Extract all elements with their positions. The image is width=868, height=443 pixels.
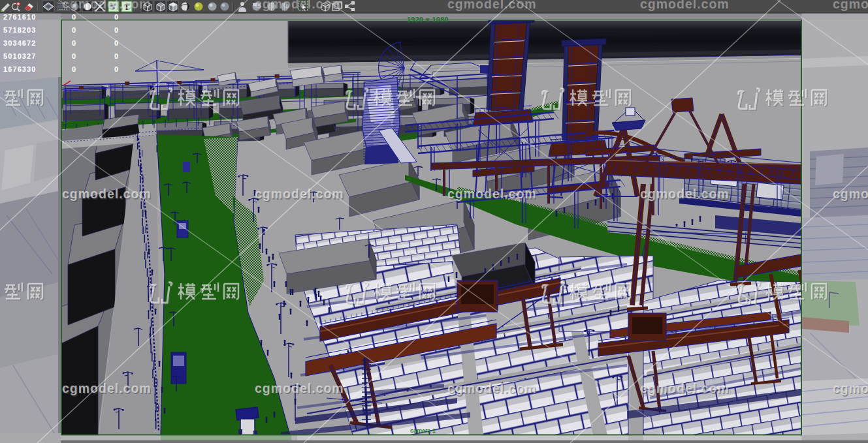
svg-text:camera 1: camera 1 bbox=[410, 427, 436, 434]
svg-text:cgmodel.com: cgmodel.com bbox=[255, 0, 344, 11]
svg-text:cgmodel.com: cgmodel.com bbox=[833, 381, 868, 395]
svg-text:cgmodel.com: cgmodel.com bbox=[640, 187, 730, 201]
svg-text:0: 0 bbox=[72, 39, 76, 47]
svg-text:5718203: 5718203 bbox=[3, 26, 37, 34]
svg-text:3034672: 3034672 bbox=[3, 39, 37, 47]
svg-text:0: 0 bbox=[72, 26, 76, 34]
svg-text:cgmodel.com: cgmodel.com bbox=[62, 187, 152, 201]
svg-text:2761610: 2761610 bbox=[3, 13, 37, 21]
svg-text:0: 0 bbox=[72, 13, 76, 21]
svg-text:0: 0 bbox=[114, 65, 118, 73]
svg-text:cgmodel.com: cgmodel.com bbox=[833, 0, 868, 11]
svg-text:0: 0 bbox=[114, 26, 118, 34]
svg-text:0: 0 bbox=[114, 13, 118, 21]
svg-text:0: 0 bbox=[114, 52, 118, 60]
svg-text:cgmodel.com: cgmodel.com bbox=[640, 381, 730, 395]
svg-text:5010327: 5010327 bbox=[3, 52, 37, 60]
svg-text:cgmodel.com: cgmodel.com bbox=[447, 187, 537, 201]
svg-text:cgmodel.com: cgmodel.com bbox=[62, 381, 152, 395]
svg-text:cgmodel.com: cgmodel.com bbox=[62, 0, 152, 11]
svg-text:1676330: 1676330 bbox=[3, 65, 37, 73]
svg-text:0: 0 bbox=[72, 52, 76, 60]
svg-text:cgmodel.com: cgmodel.com bbox=[255, 381, 344, 395]
svg-text:1920 x 1080: 1920 x 1080 bbox=[407, 16, 449, 23]
svg-text:cgmodel.com: cgmodel.com bbox=[640, 0, 730, 11]
svg-text:0: 0 bbox=[72, 65, 76, 73]
svg-text:cgmodel.com: cgmodel.com bbox=[447, 381, 537, 395]
